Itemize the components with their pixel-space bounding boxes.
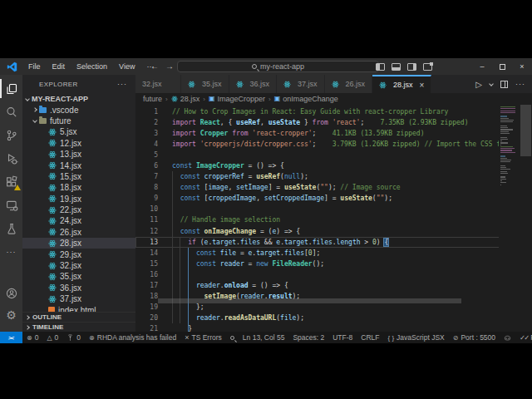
- explorer-icon[interactable]: [4, 81, 18, 96]
- run-dropdown-icon[interactable]: [489, 81, 494, 86]
- source-control-icon[interactable]: [4, 128, 18, 142]
- tab-36.jsx[interactable]: 36.jsx: [229, 75, 278, 93]
- tree-item-22.jsx[interactable]: 22.jsx: [22, 204, 135, 215]
- problems-errors[interactable]: ⊗0: [22, 333, 42, 342]
- tab-37.jsx[interactable]: 37.jsx: [277, 75, 325, 93]
- code-line-10[interactable]: 10: [135, 204, 532, 214]
- tree-item-32.jsx[interactable]: 32.jsx: [22, 260, 135, 271]
- more-actions-icon[interactable]: ···: [4, 244, 18, 259]
- maximize-button[interactable]: [492, 58, 512, 75]
- remote-explorer-icon[interactable]: [4, 198, 18, 212]
- react-icon: [48, 262, 60, 270]
- tree-item-35.jsx[interactable]: 35.jsx: [22, 271, 135, 282]
- explorer-more-icon[interactable]: ···: [117, 80, 127, 88]
- code-line-20[interactable]: 20 reader.readAsDataURL(file);: [135, 313, 532, 323]
- breadcrumb-item-imagecropper[interactable]: ▣ImageCropper: [209, 95, 265, 103]
- tree-item-37.jsx[interactable]: 37.jsx: [22, 293, 135, 304]
- search-status[interactable]: [226, 336, 239, 340]
- code-line-16[interactable]: 16: [135, 269, 532, 280]
- tab-26.jsx[interactable]: 26.jsx: [325, 75, 373, 93]
- tree-item-36.jsx[interactable]: 36.jsx: [22, 283, 135, 293]
- code-line-6[interactable]: 6const ImageCropper = () => {: [135, 160, 532, 171]
- menu-selection[interactable]: Selection: [71, 58, 113, 75]
- tree-item-index.html[interactable]: index.html: [22, 304, 135, 312]
- code-line-7[interactable]: 7 const cropperRef = useRef(null);: [135, 171, 532, 182]
- tab-35.jsx[interactable]: 35.jsx: [181, 75, 229, 93]
- ports[interactable]: 0: [62, 333, 85, 342]
- vertical-scrollbar[interactable]: [520, 105, 531, 156]
- code-line-12[interactable]: 12 const onImageChange = (e) => {: [135, 226, 532, 237]
- toggle-panel-icon[interactable]: [392, 63, 401, 71]
- live-server-port[interactable]: ⊘Port : 5500: [449, 333, 500, 342]
- horizontal-scrollbar[interactable]: [158, 298, 461, 303]
- accounts-icon[interactable]: [4, 286, 18, 300]
- prettier[interactable]: ✓✓Prettier: [515, 333, 532, 342]
- tree-item-5.jsx[interactable]: 5.jsx: [22, 126, 135, 137]
- eol[interactable]: CRLF: [357, 333, 383, 342]
- breadcrumb-item-future[interactable]: future: [143, 95, 162, 103]
- tree-item-29.jsx[interactable]: 29.jsx: [22, 249, 135, 259]
- extensions-icon[interactable]: [4, 175, 18, 189]
- close-icon[interactable]: ×: [420, 81, 425, 90]
- timeline-section[interactable]: TIMELINE: [22, 322, 135, 332]
- code-line-11[interactable]: 11 // Handle image selection: [135, 214, 532, 225]
- code-line-8[interactable]: 8 const [image, setImage] = useState("")…: [135, 182, 532, 193]
- toggle-sidebar-icon[interactable]: [376, 63, 385, 71]
- code-line-21[interactable]: 21 }: [135, 323, 532, 332]
- ts-errors[interactable]: ×TS Errors: [180, 333, 226, 342]
- remote-indicator[interactable]: ><: [0, 332, 22, 343]
- tab-28.jsx[interactable]: 28.jsx×: [372, 75, 431, 93]
- rhda-status[interactable]: ⊗RHDA analysis has failed: [85, 333, 180, 342]
- customize-layout-icon[interactable]: [423, 63, 432, 71]
- tree-item-12.jsx[interactable]: 12.jsx: [22, 138, 135, 149]
- tree-item-26.jsx[interactable]: 26.jsx: [22, 227, 135, 238]
- tree-item-future[interactable]: future: [22, 116, 135, 126]
- breadcrumb[interactable]: future›28.jsx›▣ImageCropper›▣onImageChan…: [135, 93, 532, 105]
- testing-icon[interactable]: [4, 221, 18, 235]
- breadcrumb-item-28.jsx[interactable]: 28.jsx: [171, 95, 200, 103]
- tree-item-15.jsx[interactable]: 15.jsx: [22, 171, 135, 182]
- code-line-17[interactable]: 17 reader.onload = () => {: [135, 280, 532, 291]
- toggle-secondary-sidebar-icon[interactable]: [407, 63, 416, 71]
- tree-item-my-react-app[interactable]: MY-REACT-APP: [22, 93, 135, 104]
- tree-item-14.jsx[interactable]: 14.jsx: [22, 160, 135, 170]
- language-mode[interactable]: { }JavaScript JSX: [384, 333, 449, 342]
- breadcrumb-item-onimagechange[interactable]: ▣onImageChange: [274, 95, 338, 103]
- tree-item-.vscode[interactable]: .vscode: [22, 104, 135, 115]
- tab-32.jsx[interactable]: 32.jsx: [135, 75, 181, 93]
- search-icon[interactable]: [4, 105, 18, 119]
- command-center-search[interactable]: my-react-app: [177, 61, 379, 72]
- minimize-button[interactable]: –: [472, 58, 492, 75]
- code-line-5[interactable]: 5: [135, 150, 532, 160]
- code-line-2[interactable]: 2import React, { useRef, useState } from…: [135, 117, 532, 128]
- cursor-position[interactable]: Ln 13, Col 55: [239, 333, 289, 342]
- code-line-3[interactable]: 3import Cropper from 'react-cropper'; 41…: [135, 128, 532, 139]
- code-line-14[interactable]: 14 const file = e.target.files[0];: [135, 248, 532, 259]
- copilot[interactable]: [500, 334, 515, 342]
- run-and-debug-icon[interactable]: [4, 151, 18, 165]
- split-editor-icon[interactable]: [500, 81, 508, 88]
- code-line-9[interactable]: 9 const [croppedImage, setCroppedImage] …: [135, 193, 532, 204]
- code-line-13[interactable]: 13 if (e.target.files && e.target.files.…: [135, 237, 532, 248]
- tree-item-13.jsx[interactable]: 13.jsx: [22, 149, 135, 160]
- code-line-4[interactable]: 4import 'cropperjs/dist/cropper.css'; 3.…: [135, 139, 532, 150]
- tree-item-28.jsx[interactable]: 28.jsx: [22, 238, 135, 249]
- forward-button[interactable]: →: [163, 58, 176, 75]
- encoding[interactable]: UTF-8: [328, 333, 357, 342]
- close-button[interactable]: ×: [512, 58, 532, 75]
- editor-more-icon[interactable]: ···: [515, 80, 525, 88]
- menu-view[interactable]: View: [113, 58, 140, 75]
- code-line-15[interactable]: 15 const reader = new FileReader();: [135, 259, 532, 269]
- problems-warnings[interactable]: △0: [42, 333, 62, 342]
- run-button[interactable]: ▷: [475, 80, 482, 89]
- indentation[interactable]: Spaces: 2: [288, 333, 328, 342]
- code-line-1[interactable]: 1// How to Crop Images in React: Easy Gu…: [135, 106, 532, 117]
- menu-file[interactable]: File: [22, 58, 47, 75]
- outline-section[interactable]: OUTLINE: [22, 312, 135, 322]
- back-button[interactable]: ←: [148, 58, 161, 75]
- tree-item-24.jsx[interactable]: 24.jsx: [22, 215, 135, 226]
- settings-gear-icon[interactable]: ⚙: [4, 308, 18, 322]
- tree-item-18.jsx[interactable]: 18.jsx: [22, 182, 135, 193]
- tree-item-19.jsx[interactable]: 19.jsx: [22, 194, 135, 204]
- menu-edit[interactable]: Edit: [47, 58, 71, 75]
